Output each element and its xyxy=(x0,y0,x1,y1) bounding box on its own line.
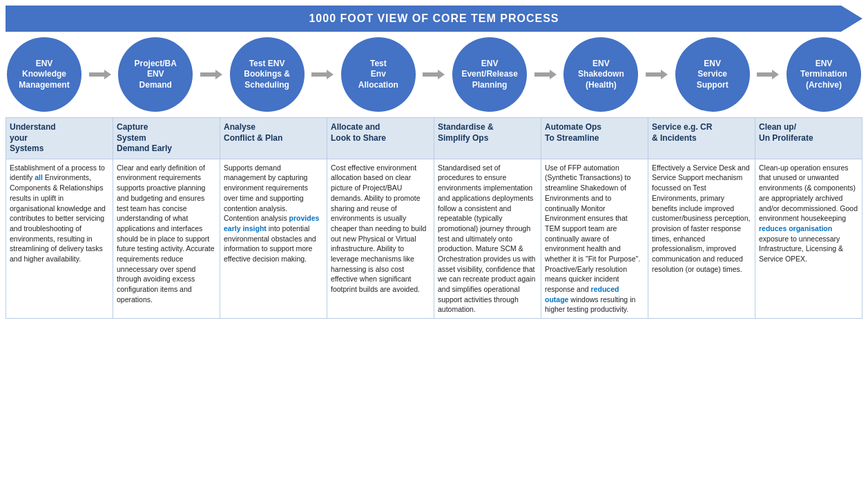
th-3: Allocate andLook to Share xyxy=(327,118,434,159)
circles-row: ENVKnowledgeManagement Project/BAENVDema… xyxy=(6,37,862,112)
th-1: CaptureSystemDemand Early xyxy=(113,118,220,159)
th-4: Standardise &Simplify Ops xyxy=(434,118,541,159)
cell-2: Supports demand management by capturing … xyxy=(220,159,327,318)
th-6: Service e.g. CR& Incidents xyxy=(648,118,755,159)
th-5: Automate OpsTo Streamline xyxy=(541,118,648,159)
th-2: AnalyseConflict & Plan xyxy=(220,118,327,159)
cell-0: Establishment of a process to identify a… xyxy=(6,159,113,318)
cell-3: Cost effective environment allocation ba… xyxy=(327,159,434,318)
cell-4: Standardised set of procedures to ensure… xyxy=(434,159,541,318)
circle-4: ENVEvent/ReleasePlanning xyxy=(452,37,527,112)
page-container: 1000 FOOT VIEW OF CORE TEM PROCESS ENVKn… xyxy=(0,0,868,324)
highlight-reduces-org: reduces organisation xyxy=(759,224,832,232)
arrow-2 xyxy=(305,68,341,81)
table-header-row: UnderstandyourSystems CaptureSystemDeman… xyxy=(6,118,862,159)
main-table: UnderstandyourSystems CaptureSystemDeman… xyxy=(6,117,862,319)
th-0: UnderstandyourSystems xyxy=(6,118,113,159)
arrow-4 xyxy=(527,68,563,81)
th-7: Clean up/Un Proliferate xyxy=(755,118,862,159)
cell-5: Use of FFP automation (Synthetic Transac… xyxy=(541,159,648,318)
highlight-early-insight: provides early insight xyxy=(224,214,319,232)
svg-marker-3 xyxy=(311,70,334,79)
arrow-3 xyxy=(416,68,452,81)
circle-0: ENVKnowledgeManagement xyxy=(7,37,81,112)
circle-6: ENVServiceSupport xyxy=(675,37,750,112)
circle-1: Project/BAENVDemand xyxy=(118,37,193,112)
highlight-reduced-outage: reduced outage xyxy=(545,285,619,304)
highlight-all: all xyxy=(35,173,43,181)
circle-5: ENVShakedown(Health) xyxy=(563,37,638,112)
cell-6: Effectively a Service Desk and Service S… xyxy=(648,159,755,318)
arrow-1 xyxy=(193,68,229,81)
banner-title: 1000 FOOT VIEW OF CORE TEM PROCESS xyxy=(6,6,862,32)
svg-marker-6 xyxy=(646,70,668,79)
arrow-5 xyxy=(638,68,675,81)
circle-2: Test ENVBookings &Scheduling xyxy=(230,37,305,112)
arrow-6 xyxy=(750,68,787,81)
table-row: Establishment of a process to identify a… xyxy=(6,159,862,318)
cell-7: Clean-up operation ensures that unused o… xyxy=(755,159,862,318)
svg-marker-1 xyxy=(89,70,111,79)
banner: 1000 FOOT VIEW OF CORE TEM PROCESS xyxy=(6,6,862,32)
arrow-0 xyxy=(81,68,118,81)
circle-7: ENVTermination(Archive) xyxy=(787,37,861,112)
circle-3: TestEnvAllocation xyxy=(341,37,416,112)
svg-marker-4 xyxy=(423,70,445,79)
svg-marker-5 xyxy=(534,70,557,79)
cell-1: Clear and early definition of environmen… xyxy=(113,159,220,318)
svg-marker-7 xyxy=(757,70,779,79)
svg-marker-2 xyxy=(200,70,222,79)
